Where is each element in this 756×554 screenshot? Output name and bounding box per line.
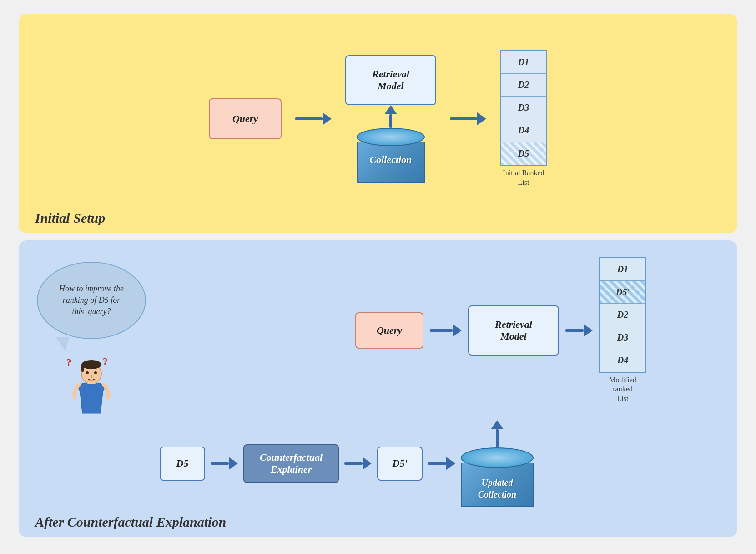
- arrow-head-3: [453, 324, 462, 337]
- updated-cylinder-top: [461, 447, 534, 468]
- bottom-middle-right: Query Retrieval Model: [160, 257, 719, 507]
- svg-point-3: [81, 360, 101, 369]
- bottom-flow-row: D5 Counterfactual Explainer D5': [160, 420, 719, 507]
- list-item-d4-top: D4: [501, 119, 546, 142]
- svg-point-5: [86, 371, 89, 374]
- list-item-d1-bottom: D1: [600, 258, 645, 281]
- ranked-list-label-top: Initial RankedList: [503, 168, 544, 188]
- d5-input-box: D5: [160, 447, 205, 481]
- list-item-d3-bottom: D3: [600, 326, 645, 349]
- arrow-up-head-2: [491, 420, 504, 429]
- arrow-head-6: [363, 457, 372, 470]
- retrieval-box-bottom: Retrieval Model: [468, 305, 559, 356]
- arrow-head-2: [477, 112, 486, 125]
- d5-output-label: D5': [393, 457, 408, 469]
- arrow-head: [323, 112, 332, 125]
- arrow-line: [295, 117, 323, 120]
- arrow-line-2: [450, 117, 477, 120]
- list-item-d2-bottom: D2: [600, 304, 645, 326]
- explainer-label: Counterfactual Explainer: [260, 452, 323, 475]
- updated-cylinder: UpdatedCollection: [461, 447, 534, 507]
- arrow-collection-to-retrieval: [384, 105, 397, 128]
- arrow-up-head: [384, 105, 397, 114]
- cylinder-top-top: [357, 128, 425, 146]
- retrieval-box-top: Retrieval Model: [345, 55, 436, 105]
- list-item-d5prime-bottom: D5': [600, 281, 645, 304]
- retrieval-col-top: Retrieval Model Collection: [345, 55, 436, 183]
- speech-bubble: How to improve theranking of D5 forthis …: [37, 262, 146, 339]
- updated-collection-area: UpdatedCollection: [461, 420, 534, 507]
- arrow-v-line: [389, 114, 392, 128]
- query-label-bottom: Query: [377, 325, 402, 336]
- retrieval-label-top: Retrieval Model: [372, 68, 409, 92]
- ranked-list-label-bottom: ModifiedrankedList: [609, 376, 636, 404]
- svg-rect-4: [81, 365, 84, 372]
- explainer-box: Counterfactual Explainer: [243, 444, 339, 483]
- main-container: Query Retrieval Model: [19, 14, 737, 537]
- list-item-d2-top: D2: [501, 74, 546, 97]
- query-label-top: Query: [232, 113, 258, 125]
- ranked-list-bottom: D1 D5' D2 D3 D4 ModifiedrankedList: [599, 257, 646, 404]
- top-query-row-bottom: Query Retrieval Model: [160, 257, 719, 404]
- ranked-list-items-top: D1 D2 D3 D4 D5: [500, 50, 547, 166]
- arrow-line-4: [565, 329, 584, 332]
- arrow-head-5: [229, 457, 238, 470]
- person-figure: ? ?: [66, 356, 116, 416]
- top-panel: Query Retrieval Model: [19, 14, 737, 233]
- svg-text:?: ?: [66, 356, 71, 368]
- arrow-query-to-retrieval-top: [295, 112, 332, 125]
- d5-input-label: D5: [176, 457, 189, 469]
- arrow-head-7: [446, 457, 455, 470]
- svg-point-7: [91, 375, 92, 378]
- list-item-d4-bottom: D4: [600, 349, 645, 372]
- arrow-updated-to-retrieval: [491, 420, 504, 447]
- bottom-panel-label: After Counterfactual Explanation: [35, 514, 226, 530]
- svg-point-6: [94, 371, 97, 374]
- arrow-explainer-to-d5prime: [344, 457, 372, 470]
- bottom-left: How to improve theranking of D5 forthis …: [37, 262, 146, 416]
- top-panel-label: Initial Setup: [35, 210, 105, 226]
- arrow-line-6: [344, 462, 363, 465]
- arrow-retrieval-to-list-top: [450, 112, 486, 125]
- arrow-retrieval-to-list-bottom: [565, 324, 593, 337]
- list-item-d5-top: D5: [501, 142, 546, 165]
- top-layout: Query Retrieval Model: [209, 50, 547, 188]
- arrow-d5-to-explainer: [211, 457, 238, 470]
- updated-cylinder-label: UpdatedCollection: [478, 477, 516, 500]
- person-svg: ? ?: [66, 356, 116, 416]
- d5-output-box: D5': [377, 447, 423, 481]
- arrow-d5prime-to-updated: [428, 457, 455, 470]
- query-box-bottom: Query: [355, 312, 423, 349]
- bottom-content: How to improve theranking of D5 forthis …: [37, 257, 719, 507]
- query-box-top: Query: [209, 98, 282, 139]
- ranked-list-top: D1 D2 D3 D4 D5 Initial RankedList: [500, 50, 547, 188]
- arrow-query-to-retrieval-bottom: [430, 324, 462, 337]
- speech-text: How to improve theranking of D5 forthis …: [59, 283, 124, 318]
- arrow-head-4: [584, 324, 593, 337]
- arrow-line-7: [428, 462, 446, 465]
- retrieval-label-bottom: Retrieval Model: [495, 319, 532, 342]
- arrow-v-line-2: [496, 429, 499, 447]
- svg-text:?: ?: [103, 356, 108, 367]
- collection-label-top: Collection: [370, 154, 412, 166]
- arrow-line-3: [430, 329, 453, 332]
- collection-cylinder-top: Collection: [357, 128, 425, 183]
- arrow-line-5: [211, 462, 229, 465]
- list-item-d3-top: D3: [501, 97, 546, 119]
- ranked-list-items-bottom: D1 D5' D2 D3 D4: [599, 257, 646, 373]
- bottom-panel: How to improve theranking of D5 forthis …: [19, 240, 737, 537]
- list-item-d1-top: D1: [501, 51, 546, 74]
